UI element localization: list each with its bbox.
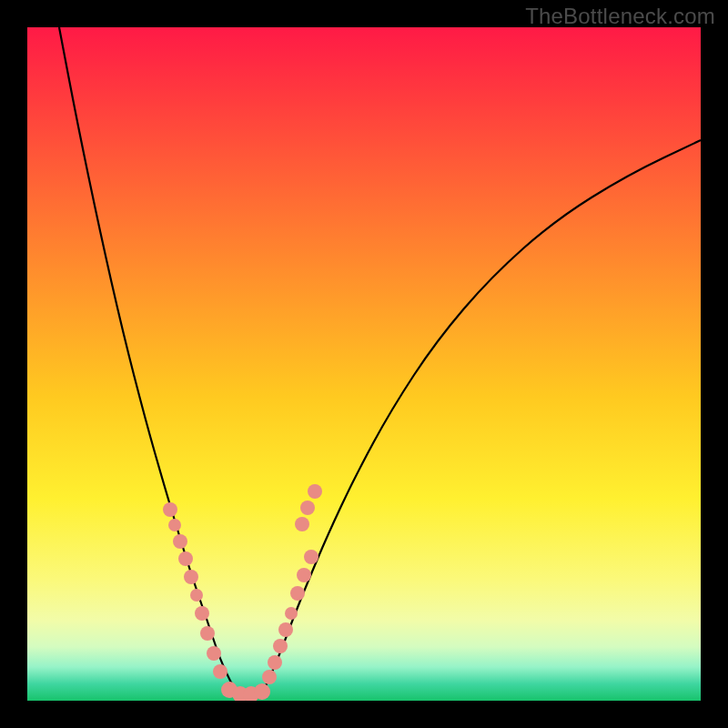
scatter-dot (278, 622, 293, 637)
curve-left-branch (59, 27, 241, 697)
scatter-dot (184, 570, 198, 584)
scatter-dot (213, 664, 228, 679)
scatter-dot (273, 639, 288, 653)
scatter-dot (300, 500, 315, 515)
scatter-dot (173, 534, 187, 549)
scatter-dot (178, 551, 193, 566)
scatter-dot (168, 519, 181, 531)
scatter-dot (254, 683, 270, 700)
scatter-dot (285, 607, 298, 620)
watermark-text: TheBottleneck.com (525, 4, 715, 29)
scatter-dot (290, 586, 305, 601)
plot-area (27, 27, 701, 701)
scatter-dot (190, 589, 203, 602)
scatter-dot (262, 670, 277, 684)
curve-right-branch (259, 140, 701, 697)
scatter-dot (295, 517, 309, 531)
scatter-dot (200, 626, 215, 641)
scatter-dot (268, 655, 282, 670)
scatter-dot (308, 484, 322, 499)
scatter-dot (163, 502, 177, 517)
chart-svg (27, 27, 701, 701)
scatter-dot (195, 606, 209, 621)
scatter-dot (207, 646, 221, 661)
chart-frame: TheBottleneck.com (0, 0, 728, 728)
scatter-dot (297, 568, 311, 582)
scatter-dot (304, 550, 318, 564)
scatter-dots (163, 484, 322, 701)
